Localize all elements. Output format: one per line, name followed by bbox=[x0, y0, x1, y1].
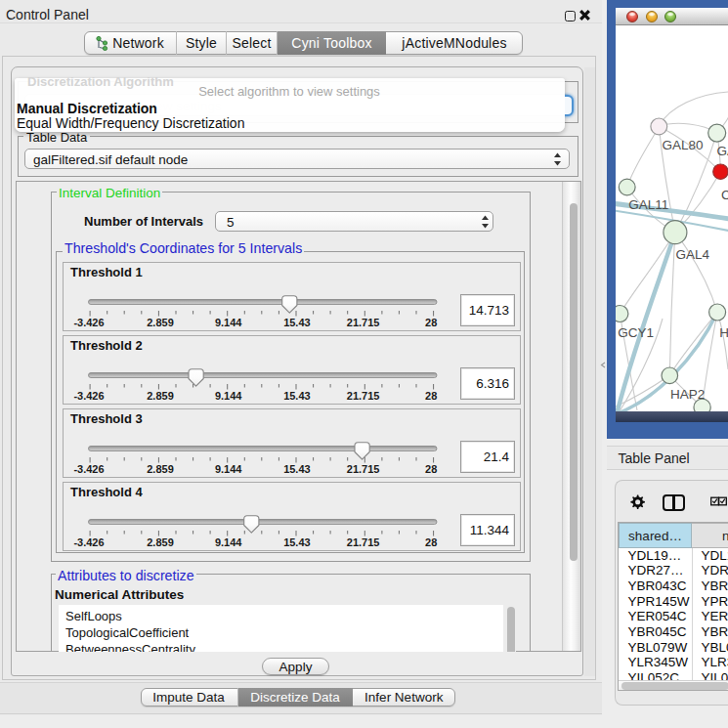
svg-text:GA: GA bbox=[716, 144, 728, 158]
svg-text:C: C bbox=[721, 188, 728, 202]
svg-text:GCY1: GCY1 bbox=[618, 325, 654, 340]
svg-text:GAL4: GAL4 bbox=[675, 247, 709, 262]
svg-text:H: H bbox=[719, 325, 728, 340]
svg-text:GAL80: GAL80 bbox=[662, 138, 703, 152]
svg-text:GAL11: GAL11 bbox=[628, 197, 668, 212]
svg-text:HAP2: HAP2 bbox=[669, 387, 704, 402]
